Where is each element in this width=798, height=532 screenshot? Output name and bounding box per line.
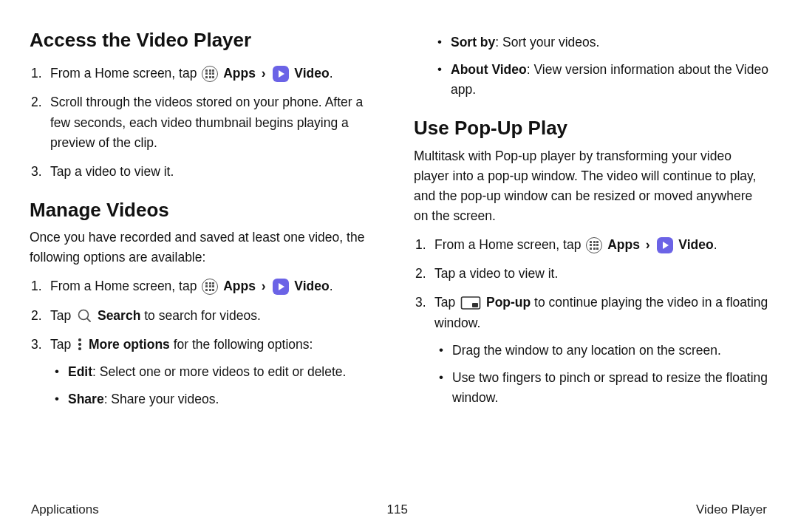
chevron-right-icon: ›	[259, 66, 272, 81]
manage-steps-list: From a Home screen, tap Apps › Video. Ta…	[30, 276, 384, 409]
right-column: Sort by: Sort your videos. About Video: …	[414, 25, 768, 409]
apps-label: Apps	[223, 66, 256, 81]
text: to search for videos.	[144, 308, 261, 323]
footer-section: Applications	[31, 502, 99, 517]
apps-icon	[202, 66, 218, 82]
popup-intro: Multitask with Pop-up player by transfor…	[414, 146, 768, 227]
apps-icon	[586, 237, 602, 253]
apps-icon	[202, 279, 218, 295]
list-item: Sort by: Sort your videos.	[434, 33, 768, 52]
bullet-text: : Sort your videos.	[495, 35, 599, 50]
list-item: About Video: View version information ab…	[434, 60, 768, 100]
bullet-bold: About Video	[451, 62, 527, 77]
popup-window-icon	[460, 295, 481, 311]
text: Tap a video to view it.	[434, 266, 558, 281]
text: for the following options:	[174, 337, 313, 352]
popup-steps-list: From a Home screen, tap Apps › Video. Ta…	[414, 235, 768, 408]
text: From a Home screen, tap	[50, 279, 200, 293]
video-label: Video	[678, 237, 713, 252]
bullet-text: Drag the window to any location on the s…	[452, 343, 721, 358]
heading-access-video-player: Access the Video Player	[30, 25, 384, 55]
heading-manage-videos: Manage Videos	[30, 195, 384, 225]
bullet-text: : Select one or more videos to edit or d…	[92, 364, 346, 379]
footer-page-number: 115	[387, 502, 408, 517]
popup-label: Pop-up	[486, 295, 531, 310]
apps-label: Apps	[607, 237, 640, 252]
video-label: Video	[294, 66, 329, 81]
page: Access the Video Player From a Home scre…	[0, 0, 798, 532]
bullet-bold: Edit	[68, 364, 92, 379]
text: Tap	[434, 295, 459, 310]
text: Tap	[50, 337, 75, 352]
content-columns: Access the Video Player From a Home scre…	[30, 25, 768, 409]
popup-bullets: Drag the window to any location on the s…	[434, 341, 768, 408]
video-play-icon	[657, 237, 673, 253]
chevron-right-icon: ›	[644, 237, 656, 252]
svg-line-3	[87, 318, 90, 321]
svg-marker-1	[279, 283, 284, 290]
bullet-bold: Sort by	[451, 35, 495, 50]
list-item: Share: Share your videos.	[50, 389, 384, 409]
text: Tap	[50, 308, 75, 323]
chevron-right-icon: ›	[259, 279, 272, 293]
manage-intro: Once you have recorded and saved at leas…	[30, 228, 384, 267]
footer-topic: Video Player	[696, 502, 767, 517]
text: Tap a video to view it.	[50, 164, 174, 179]
period: .	[330, 66, 333, 81]
period: .	[714, 237, 717, 252]
more-options-bullets-continued: Sort by: Sort your videos. About Video: …	[414, 33, 768, 100]
access-step-3: Tap a video to view it.	[30, 162, 384, 182]
search-icon	[76, 307, 92, 324]
text: to continue playing the video in a float…	[434, 295, 768, 330]
access-step-1: From a Home screen, tap Apps › Video.	[30, 64, 384, 83]
popup-step-2: Tap a video to view it.	[414, 264, 768, 284]
list-item: Use two fingers to pinch or spread to re…	[434, 368, 768, 408]
heading-popup-play: Use Pop-Up Play	[414, 113, 768, 143]
bullet-text: : Share your videos.	[104, 392, 219, 406]
video-label: Video	[294, 279, 329, 293]
access-step-2: Scroll through the videos stored on your…	[30, 92, 384, 152]
period: .	[330, 279, 333, 293]
text: Scroll through the videos stored on your…	[50, 95, 363, 149]
text: From a Home screen, tap	[434, 237, 584, 252]
more-options-bullets: Edit: Select one or more videos to edit …	[50, 362, 384, 409]
bullet-bold: Share	[68, 392, 104, 406]
svg-marker-0	[279, 70, 284, 78]
popup-step-3: Tap Pop-up to continue playing the video…	[414, 293, 768, 408]
bullet-text: Use two fingers to pinch or spread to re…	[452, 370, 768, 405]
video-play-icon	[273, 66, 289, 82]
svg-rect-6	[472, 303, 478, 307]
more-label: More options	[89, 337, 170, 352]
popup-step-1: From a Home screen, tap Apps › Video.	[414, 235, 768, 255]
text: From a Home screen, tap	[50, 66, 200, 81]
svg-marker-4	[663, 242, 669, 249]
list-item: Edit: Select one or more videos to edit …	[50, 362, 384, 382]
manage-step-3: Tap More options for the following optio…	[30, 335, 384, 409]
search-label: Search	[98, 308, 140, 323]
apps-label: Apps	[223, 279, 256, 293]
access-steps-list: From a Home screen, tap Apps › Video. Sc…	[30, 64, 384, 182]
manage-step-2: Tap Search to search for videos.	[30, 306, 384, 326]
page-footer: Applications 115 Video Player	[30, 502, 768, 517]
more-options-icon	[76, 336, 83, 352]
manage-step-1: From a Home screen, tap Apps › Video.	[30, 276, 384, 296]
left-column: Access the Video Player From a Home scre…	[30, 25, 384, 409]
video-play-icon	[273, 279, 289, 295]
list-item: Drag the window to any location on the s…	[434, 341, 768, 361]
